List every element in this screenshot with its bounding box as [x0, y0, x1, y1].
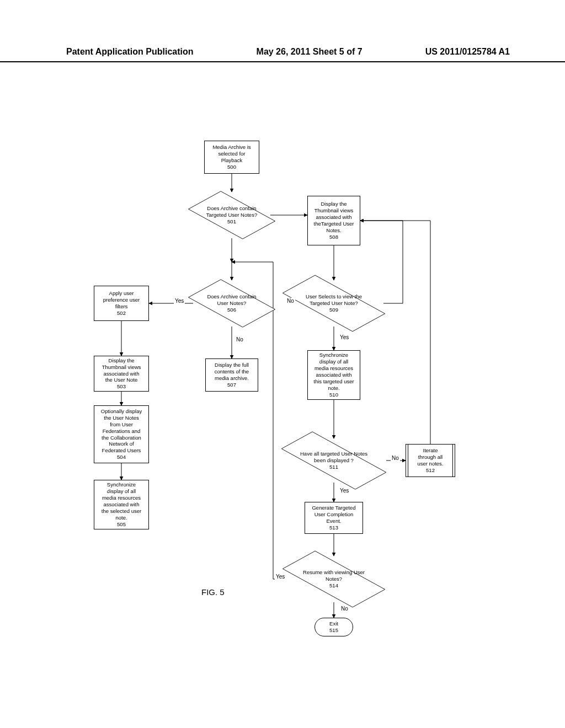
process-503-text: Display the Thumbnail views associated w… [102, 357, 141, 390]
process-508-text: Display the Thumbnail views associated w… [314, 201, 354, 240]
process-500-text: Media Archive is selected for Playback 5… [212, 144, 250, 170]
decision-506-text: Does Archive contain User Notes? 506 [202, 293, 260, 313]
label-514-no: No [340, 606, 349, 612]
process-507-text: Display the full contents of the media a… [215, 362, 249, 388]
label-509-no: No [286, 298, 295, 304]
decision-514-text: Resume with viewing User Notes? 514 [299, 569, 369, 589]
process-504-text: Optionally display the User Notes from U… [101, 408, 142, 461]
header-center: May 26, 2011 Sheet 5 of 7 [257, 47, 363, 57]
terminator-515: Exit 515 [315, 618, 353, 636]
label-511-yes: Yes [339, 488, 350, 494]
process-510: Synchronize display of all media resourc… [307, 350, 360, 400]
decision-511: Have all targeted User Notes been displa… [281, 438, 386, 483]
flowchart-figure-5: Media Archive is selected for Playback 5… [77, 138, 497, 689]
process-504: Optionally display the User Notes from U… [94, 405, 149, 463]
process-502-text: Apply user preference user filters 502 [103, 290, 140, 317]
process-510-text: Synchronize display of all media resourc… [313, 352, 354, 398]
label-506-no: No [235, 336, 244, 342]
process-513-text: Generate Targeted User Completion Event.… [312, 505, 355, 531]
process-507: Display the full contents of the media a… [205, 358, 258, 392]
decision-509-text: User Selects to view the Targeted User N… [301, 293, 366, 313]
label-506-yes: Yes [174, 298, 185, 304]
decision-506: Does Archive contain User Notes? 506 [193, 280, 270, 326]
decision-509: User Selects to view the Targeted User N… [284, 280, 383, 326]
header-left: Patent Application Publication [66, 47, 194, 57]
terminator-515-text: Exit 515 [329, 620, 338, 634]
header-right: US 2011/0125784 A1 [425, 47, 510, 57]
process-502: Apply user preference user filters 502 [94, 286, 149, 321]
decision-501: Does Archive contain Targeted User Notes… [193, 192, 270, 238]
label-511-no: No [391, 455, 400, 461]
decision-511-text: Have all targeted User Notes been displa… [296, 451, 372, 470]
process-508: Display the Thumbnail views associated w… [307, 196, 360, 245]
process-503: Display the Thumbnail views associated w… [94, 356, 149, 392]
label-514-yes: Yes [275, 574, 286, 580]
decision-514: Resume with viewing User Notes? 514 [284, 556, 383, 602]
process-505-text: Synchronize display of all media resourc… [102, 481, 141, 527]
label-509-yes: Yes [339, 334, 350, 340]
figure-caption: FIG. 5 [201, 587, 225, 597]
decision-501-text: Does Archive contain Targeted User Notes… [202, 205, 262, 225]
process-513: Generate Targeted User Completion Event.… [305, 502, 363, 534]
process-500: Media Archive is selected for Playback 5… [204, 141, 259, 174]
process-505: Synchronize display of all media resourc… [94, 480, 149, 529]
subroutine-512-text: Iterate through all user notes. 512 [418, 447, 444, 474]
page-header: Patent Application Publication May 26, 2… [0, 47, 565, 62]
subroutine-512: Iterate through all user notes. 512 [406, 444, 455, 477]
